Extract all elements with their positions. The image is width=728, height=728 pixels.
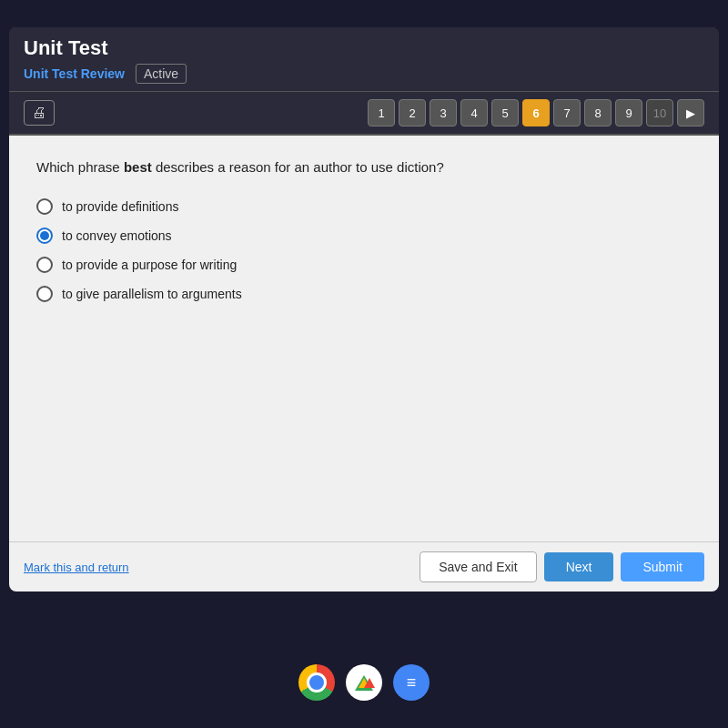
- options-list: to provide definitions to convey emotion…: [36, 198, 692, 302]
- page-btn-1[interactable]: 1: [368, 99, 395, 126]
- question-bold: best: [124, 159, 152, 175]
- header-subtitle-row: Unit Test Review Active: [24, 64, 704, 91]
- page-btn-10: 10: [646, 99, 673, 126]
- unit-test-review-link[interactable]: Unit Test Review: [24, 66, 125, 81]
- page-btn-5[interactable]: 5: [491, 99, 519, 126]
- header: Unit Test Unit Test Review Active: [9, 27, 719, 92]
- bottom-bar: Mark this and return Save and Exit Next …: [9, 541, 719, 592]
- toolbar: 🖨 1 2 3 4 5 6 7 8 9 10 ▶: [9, 92, 719, 136]
- mark-return-link[interactable]: Mark this and return: [24, 561, 129, 574]
- page-btn-7[interactable]: 7: [553, 99, 581, 126]
- page-btn-3[interactable]: 3: [430, 99, 457, 126]
- question-text: Which phrase best describes a reason for…: [36, 157, 692, 178]
- print-button[interactable]: 🖨: [24, 100, 55, 126]
- submit-button[interactable]: Submit: [621, 552, 704, 581]
- app-title: Unit Test: [24, 36, 704, 60]
- page-buttons: 1 2 3 4 5 6 7 8 9 10 ▶: [368, 99, 704, 126]
- option-4[interactable]: to give parallelism to arguments: [36, 286, 692, 302]
- status-badge: Active: [136, 64, 187, 84]
- drive-icon[interactable]: [346, 664, 382, 701]
- radio-3[interactable]: [36, 257, 53, 273]
- page-next-arrow[interactable]: ▶: [677, 99, 704, 126]
- option-4-label: to give parallelism to arguments: [62, 287, 242, 301]
- app-area: Unit Test Unit Test Review Active 🖨 1 2 …: [9, 27, 719, 592]
- chrome-icon[interactable]: [298, 664, 335, 701]
- content-area: Which phrase best describes a reason for…: [9, 136, 719, 541]
- option-1-label: to provide definitions: [62, 199, 178, 214]
- option-3-label: to provide a purpose for writing: [62, 258, 237, 272]
- next-button[interactable]: Next: [544, 552, 614, 581]
- radio-4[interactable]: [36, 286, 53, 302]
- radio-2[interactable]: [36, 228, 53, 244]
- docs-symbol: ≡: [407, 673, 417, 693]
- option-1[interactable]: to provide definitions: [36, 198, 692, 215]
- screen: Unit Test Unit Test Review Active 🖨 1 2 …: [9, 27, 719, 592]
- page-btn-2[interactable]: 2: [399, 99, 426, 126]
- page-btn-8[interactable]: 8: [584, 99, 612, 126]
- page-btn-9[interactable]: 9: [615, 99, 642, 126]
- page-btn-4[interactable]: 4: [460, 99, 488, 126]
- option-3[interactable]: to provide a purpose for writing: [36, 257, 692, 273]
- option-2[interactable]: to convey emotions: [36, 228, 692, 244]
- docs-icon[interactable]: ≡: [393, 664, 430, 701]
- radio-2-inner: [40, 231, 49, 240]
- drive-triangle-icon: [355, 675, 373, 691]
- radio-1[interactable]: [36, 198, 53, 215]
- taskbar: ≡: [298, 664, 430, 701]
- page-btn-6[interactable]: 6: [522, 99, 550, 126]
- option-2-label: to convey emotions: [62, 228, 172, 243]
- save-exit-button[interactable]: Save and Exit: [420, 551, 536, 582]
